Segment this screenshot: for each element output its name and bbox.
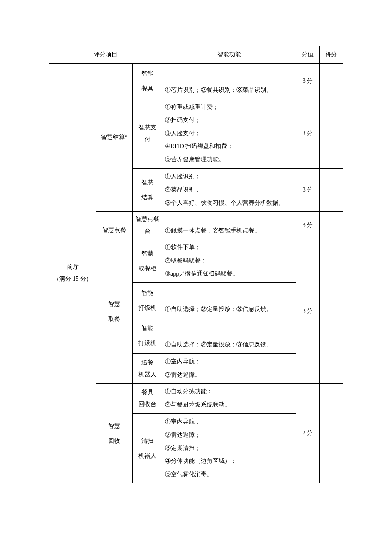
- sub-cell: 餐具回收台: [133, 384, 162, 413]
- header-got: 得分: [320, 46, 343, 63]
- score-cell: 3 分: [296, 303, 319, 320]
- got-cell: [320, 64, 343, 99]
- desc-cell: ①人脸识别； ②菜品识别； ③个人喜好、饮食习惯、个人营养分析数据。: [162, 169, 296, 211]
- sub-cell: 送餐机器人: [133, 354, 162, 383]
- score-cell: 3 分: [296, 125, 319, 142]
- group-huishou: 智慧回收: [96, 416, 132, 451]
- desc-cell: ①称重或减重计费； ②扫码支付； ③人脸支付； ④RFID 扫码绑盘和扣费； ⑤…: [162, 99, 296, 168]
- sub-cell: 智能打汤机: [133, 318, 162, 353]
- header-func: 智能功能: [162, 46, 296, 63]
- desc-cell: ①自助选择；②定量投放；③信息反馈。: [162, 330, 296, 353]
- table-row: 前厅 （满分 15 分） 智慧结算* 智能餐具 ①芯片识别；②餐具识别；③菜品识…: [49, 64, 343, 99]
- desc-cell: ①芯片识别；②餐具识别；③菜品识别。: [162, 82, 296, 99]
- group-jiesuan: 智慧结算*: [96, 129, 132, 146]
- desc-cell: ①软件下单； ②取餐码取餐； ③app／微信通知扫码取餐。: [162, 239, 296, 282]
- sub-cell: 智慧结算: [133, 172, 162, 207]
- area-cell: 前厅 （满分 15 分）: [49, 64, 96, 483]
- desc-cell: ①室内导航； ②雷达避障。: [162, 354, 296, 384]
- sub-cell: 智慧点餐台: [133, 212, 162, 239]
- score-cell: 3 分: [296, 217, 319, 234]
- sub-cell: 智慧取餐柜: [133, 244, 162, 279]
- group-diancan: 智慧点餐: [96, 222, 132, 239]
- sub-cell: 智慧支付: [133, 119, 162, 148]
- got-cell: [320, 239, 343, 384]
- desc-cell: ①自动分拣功能： ②与餐厨垃圾系统联动。: [162, 384, 296, 413]
- table-header-row: 评分项目 智能功能 分值 得分: [49, 46, 343, 64]
- sub-cell: 智能餐具: [133, 64, 162, 99]
- area-name-line1: 前厅: [52, 261, 93, 273]
- got-cell: [320, 168, 343, 211]
- desc-cell: ①触摸一体点餐；②智能手机点餐。: [162, 216, 296, 239]
- header-item: 评分项目: [49, 46, 162, 63]
- desc-cell: ①室内导航； ②雷达避障； ③定期清扫； ④分体功能（边角区域）； ⑤空气雾化消…: [162, 414, 296, 483]
- got-cell: [320, 384, 343, 483]
- score-cell: 2 分: [296, 425, 319, 442]
- score-cell: 3 分: [296, 73, 319, 90]
- group-qucan: 智慧取餐: [96, 294, 132, 329]
- got-cell: [320, 99, 343, 169]
- header-score: 分值: [296, 46, 319, 63]
- got-cell: [320, 212, 343, 239]
- sub-cell: 智能打饭机: [133, 283, 162, 318]
- area-name-line2: （满分 15 分）: [52, 273, 93, 285]
- score-cell: 3 分: [296, 181, 319, 198]
- sub-cell: 清扫机器人: [133, 431, 162, 466]
- page: 评分项目 智能功能 分值 得分 前厅 （满分 15 分） 智慧结算* 智能餐具 …: [0, 0, 392, 555]
- desc-cell: ①自助选择；②定量投放；③信息反馈。: [162, 301, 296, 318]
- rubric-table: 评分项目 智能功能 分值 得分 前厅 （满分 15 分） 智慧结算* 智能餐具 …: [49, 46, 343, 483]
